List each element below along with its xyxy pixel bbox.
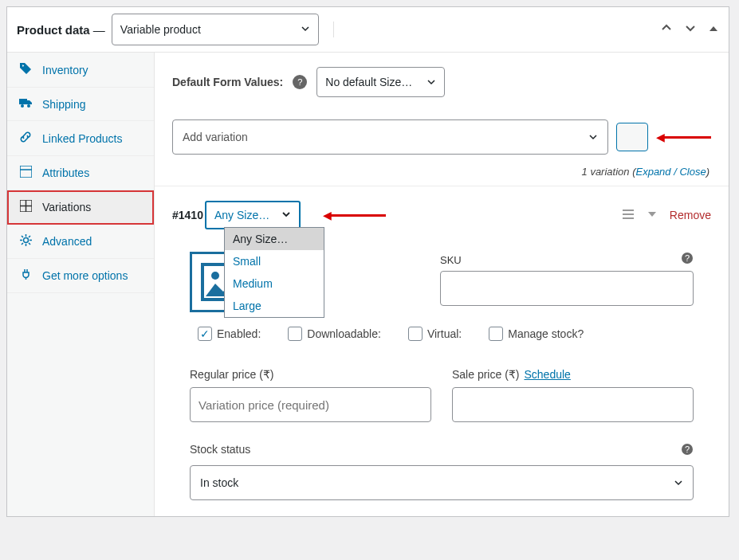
header-separator [333, 22, 334, 37]
go-button[interactable] [616, 123, 648, 151]
sale-price-column: Sale price (₹) Schedule [452, 368, 694, 422]
add-variation-select[interactable]: Add variation [172, 119, 608, 155]
sale-price-label: Sale price (₹) [452, 368, 519, 381]
svg-point-8 [23, 238, 28, 243]
variation-size-select[interactable]: Any Size… [205, 201, 301, 229]
sidebar-item-shipping[interactable]: Shipping [7, 88, 154, 121]
default-size-value: No default Size… [325, 76, 412, 88]
title-dash: — [90, 23, 105, 37]
svg-point-13 [211, 272, 219, 280]
sidebar-item-variations[interactable]: Variations [7, 190, 154, 225]
variation-size-value: Any Size… [214, 209, 269, 221]
svg-text:?: ? [685, 444, 690, 454]
gear-icon [18, 234, 33, 249]
svg-rect-3 [20, 166, 32, 178]
stock-status-label: Stock status [190, 443, 250, 459]
callout-arrow-icon: ◀ [656, 131, 711, 143]
remove-link[interactable]: Remove [670, 209, 711, 221]
sidebar-label: Linked Products [42, 132, 122, 145]
content-area: Default Form Values: ? No default Size… … [155, 53, 729, 516]
truck-icon [18, 97, 33, 111]
size-option[interactable]: Large [225, 295, 324, 317]
grid-icon [18, 200, 33, 214]
help-icon[interactable]: ? [293, 75, 307, 89]
virtual-label: Virtual: [427, 327, 462, 340]
stock-status-row: Stock status ? In stock [172, 422, 711, 516]
svg-point-2 [27, 104, 30, 108]
sidebar-label: Variations [42, 201, 91, 213]
panel-title-text: Product data [17, 23, 90, 37]
help-icon[interactable]: ? [681, 252, 694, 268]
sku-column: SKU ? [440, 252, 694, 306]
variation-actions: Remove [622, 209, 711, 222]
regular-price-column: Regular price (₹) [190, 368, 431, 422]
regular-price-label: Regular price (₹) [190, 368, 431, 381]
sidebar: Inventory Shipping Linked Products Attri… [7, 53, 155, 516]
chevron-down-icon [301, 23, 310, 36]
chevron-down-icon [281, 209, 291, 221]
sidebar-label: Advanced [42, 235, 92, 248]
add-variation-value: Add variation [183, 131, 248, 143]
virtual-checkbox[interactable]: Virtual: [408, 327, 462, 341]
stock-status-value: In stock [200, 476, 238, 489]
default-form-row: Default Form Values: ? No default Size… [155, 53, 729, 112]
default-size-select[interactable]: No default Size… [316, 67, 445, 97]
schedule-link[interactable]: Schedule [524, 368, 570, 381]
default-form-label: Default Form Values: [172, 76, 283, 88]
expand-close-link[interactable]: Expand / Close [635, 166, 706, 178]
enabled-checkbox[interactable]: Enabled: [198, 327, 261, 341]
collapse-up-icon[interactable] [660, 22, 673, 38]
size-option[interactable]: Small [225, 250, 324, 272]
price-row: Regular price (₹) Sale price (₹) Schedul… [172, 347, 711, 422]
panel-title: Product data — [17, 23, 105, 37]
variation-count: 1 variation (Expand / Close) [155, 163, 729, 186]
layout-icon [18, 166, 33, 180]
sidebar-item-advanced[interactable]: Advanced [7, 225, 154, 259]
size-option[interactable]: Any Size… [225, 228, 324, 250]
tag-icon [18, 62, 33, 77]
chevron-down-icon [674, 478, 683, 488]
sidebar-label: Shipping [42, 98, 86, 111]
panel-header: Product data — Variable product [7, 7, 729, 53]
size-dropdown: Any Size… Small Medium Large [224, 227, 324, 318]
sale-price-input[interactable] [452, 387, 694, 422]
sidebar-label: Get more options [42, 269, 128, 282]
toggle-icon[interactable] [708, 22, 719, 38]
svg-rect-0 [19, 99, 27, 104]
sidebar-item-inventory[interactable]: Inventory [7, 53, 154, 88]
caret-down-icon[interactable] [647, 209, 657, 221]
sidebar-label: Attributes [42, 166, 89, 179]
svg-point-1 [21, 104, 24, 108]
stock-status-select[interactable]: In stock [190, 465, 694, 500]
sidebar-item-attributes[interactable]: Attributes [7, 156, 154, 190]
plug-icon [18, 268, 33, 283]
variation-count-text: 1 variation [582, 166, 630, 178]
variation-header: #1410 Any Size… ◀ Remove [172, 201, 711, 229]
product-type-select[interactable]: Variable product [112, 14, 319, 45]
menu-icon[interactable] [622, 209, 635, 222]
enabled-label: Enabled: [217, 327, 261, 340]
svg-text:?: ? [685, 253, 690, 263]
sku-label: SKU [440, 254, 462, 266]
manage-stock-label: Manage stock? [508, 327, 584, 340]
callout-arrow-icon: ◀ [323, 209, 386, 221]
downloadable-checkbox[interactable]: Downloadable: [288, 327, 381, 341]
link-icon [18, 131, 33, 146]
add-variation-row: Add variation ◀ [155, 112, 729, 163]
product-data-panel: Product data — Variable product Inventor… [6, 6, 729, 517]
size-option[interactable]: Medium [225, 272, 324, 295]
sku-input[interactable] [440, 271, 694, 306]
chevron-down-icon [588, 132, 598, 142]
product-type-value: Variable product [120, 23, 201, 36]
manage-stock-checkbox[interactable]: Manage stock? [489, 327, 584, 341]
regular-price-input[interactable] [190, 387, 431, 422]
variation-id: #1410 [172, 209, 203, 221]
downloadable-label: Downloadable: [307, 327, 381, 340]
sidebar-item-get-more[interactable]: Get more options [7, 259, 154, 293]
sidebar-label: Inventory [42, 64, 88, 76]
chevron-down-icon [426, 77, 436, 87]
sidebar-item-linked-products[interactable]: Linked Products [7, 121, 154, 156]
help-icon[interactable]: ? [681, 443, 694, 459]
variation-row: #1410 Any Size… ◀ Remove [155, 186, 729, 516]
collapse-down-icon[interactable] [684, 22, 697, 38]
